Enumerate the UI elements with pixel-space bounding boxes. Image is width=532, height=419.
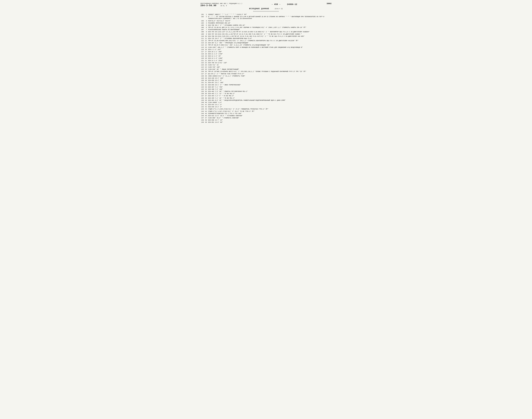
row-n1: 146: [200, 115, 205, 117]
row-n2: 4: [205, 22, 208, 24]
table-row: 12727Ш3-575-1' 1* * МОНТАЖ ТАЛА РУЧНОЙ Г…: [200, 73, 332, 75]
table-row: 13434Е20-488 7,5' 160*: [200, 88, 332, 90]
row-content: РСАНТЕХНИЧЕСКИЕ РАБОТЫ ПО ВЕНТИЛЯЦИИ*: [208, 28, 332, 31]
table-row: 13636Е20-463 7,1' 13' * ТО ЖЕ РВ1-2*: [200, 92, 332, 95]
row-content: Е20-725 20-5' 2' * УСТАНОВКА ВЕНТИЛЯТОРО…: [208, 37, 332, 39]
row-n2: 14: [205, 44, 208, 46]
row-n1: 189: [200, 33, 205, 35]
row-n1: 114: [200, 44, 205, 46]
row-n2: 16: [205, 49, 208, 51]
row-content: П20#МНОГОГЛУШИТЕЛИ ГП1-1 ГП1-2 ГП2-100*: [208, 112, 332, 115]
row-n1: 125: [200, 68, 205, 70]
row-n1: 139: [200, 99, 205, 101]
row-content: РСКАМЕРА ПРИТОЧНАЯ 2ПК-10*: [208, 22, 332, 24]
row-n2: 36: [205, 92, 208, 95]
row-n1: 141: [200, 104, 205, 106]
row-content: Е20-651 14-8' 60*: [208, 121, 332, 123]
sheet-info: ол 9, 4: [221, 5, 227, 7]
doc-code: 24866-12: [287, 3, 297, 5]
row-n2: 21: [205, 60, 208, 62]
row-content: Е20-658 14-7' 24*: [208, 119, 332, 121]
row-n1: 188: [200, 31, 205, 33]
row-n1: 127: [200, 73, 205, 75]
row-n1: 147: [200, 117, 205, 119]
main-title: ИСХОДНЫЕ ДАННЫЕ: [249, 8, 269, 10]
row-content: Е20-402 7,5' 30* * РЕШЕТКА РЕГУЛИРУЕМАЯ …: [208, 90, 332, 92]
row-n2: 47: [205, 117, 208, 119]
row-n1: 129: [200, 77, 205, 79]
table-row: 13737Е20-464 7,1* 4' * ТО ЖЕ РВ1-3*: [200, 95, 332, 97]
row-content: СТДОП.2*4,1 Ч,3#П,2718(=21)' 3' 27,6' ГЛ…: [208, 108, 332, 110]
row-n1: 116: [200, 49, 205, 51]
row-n1: 181: [200, 13, 205, 15]
row-n2: 28: [205, 75, 208, 77]
table-row: 12222Е20-760 25-1(=3)' 110*: [200, 62, 332, 64]
row-content: СТДОП.2*11 Ч,3#7.2718(=21)' 3' 26,3' ТО …: [208, 110, 332, 112]
table-row: 13535Е20-402 7,5' 30* * РЕШЕТКА РЕГУЛИРУ…: [200, 90, 332, 92]
row-n2: 30: [205, 79, 208, 81]
row-content: Е20-465 7,1' 10' * ТО ЖЕ РВ1-4*: [208, 97, 332, 99]
row-n2: 45: [205, 112, 208, 115]
doc-number: 294-3-56.90: [200, 4, 217, 7]
header-top: ПРОГРАММНАЯ КОМПЛЕКС АВС-3ЕС ( РЕДАКЦИЯ …: [200, 3, 332, 7]
table-row: 11111Е20-725 20-5' 2' * УСТАНОВКА ВЕНТИЛ…: [200, 37, 332, 39]
row-n2: 48: [205, 119, 208, 121]
row-n1: 186: [200, 26, 205, 28]
page-center: - 458 -: [272, 3, 281, 5]
row-content: С130-726' 180*: [208, 66, 332, 68]
row-content: Е20-487 7,1' 750*: [208, 86, 332, 88]
row-content: Е10-220 15-4' 190*: [208, 77, 332, 79]
table-row: 14242Е20-645 14-2' 3*: [200, 106, 332, 108]
row-n1: 115: [200, 46, 205, 49]
row-n1: 183: [200, 20, 205, 22]
row-n1: 123: [200, 64, 205, 66]
table-row: 14747С130-808' 39,9' * СТОИМОСТЬ КОЖУХОВ…: [200, 117, 332, 119]
row-n2: 7: [205, 28, 208, 31]
row-content: С130-10966' 4,4*: [208, 101, 332, 104]
row-n1: 120: [200, 57, 205, 59]
row-n2: 46: [205, 115, 208, 117]
table-row: 14646Е20-522 11-6' 39,9' * УСТАНОВКА КОЖ…: [200, 115, 332, 117]
table-row: 13939Е20-381 6,5' 20' * ВОЗДУХОРАСПРЕДЕЛ…: [200, 99, 332, 101]
table-row: 13333Е20-487 7,1' 750*: [200, 86, 332, 88]
row-n2: 24: [205, 66, 208, 68]
row-n1: 138: [200, 97, 205, 99]
table-row: 13838Е20-465 7,1' 10' * ТО ЖЕ РВ1-4*: [200, 97, 332, 99]
table-row: 1899Е20-707 20-3(А2-(03-45),1,10)*НР-НТ …: [200, 33, 332, 35]
table-row: 13131Е20-657 15-1' 100*: [200, 81, 332, 84]
row-n2: 9: [205, 33, 208, 35]
row-n1: 144: [200, 110, 205, 112]
row-n2: 18: [205, 53, 208, 55]
row-content: Е20-644 14-1'.3*: [208, 104, 332, 106]
pnh-label: (П.Н.= 2): [275, 8, 283, 10]
data-table: 1811330982* Н8В1Г1' * * 1,1' * * * * 114…: [200, 13, 332, 123]
row-n1: 122: [200, 62, 205, 64]
row-n1: 187: [200, 28, 205, 31]
program-label: ПРОГРАММНАЯ КОМПЛЕКС АВС-3ЕС ( РЕДАКЦИЯ …: [200, 3, 242, 4]
row-n2: 20: [205, 57, 208, 59]
row-content: С130-648' 98' * ЛВЦЭК ПИТОМЕТРАЖНЫЙ*: [208, 68, 332, 70]
table-row: 12020Е20-13 1-3' 1100*: [200, 57, 332, 59]
row-n2: 32: [205, 84, 208, 86]
row-n2: 6: [205, 26, 208, 28]
row-n1: 117: [200, 51, 205, 53]
header-left: ПРОГРАММНАЯ КОМПЛЕКС АВС-3ЕС ( РЕДАКЦИЯ …: [200, 3, 242, 7]
table-row: 11919Е20-12 1-2' 45*: [200, 55, 332, 57]
table-row: 14040С130-10966' 4,4*: [200, 101, 332, 104]
row-n1: 142: [200, 106, 205, 108]
page: ПРОГРАММНАЯ КОМПЛЕКС АВС-3ЕС ( РЕДАКЦИЯ …: [200, 3, 332, 123]
row-content: 0' * * ' ТП* КРУТЫМ БАССЕАН С ВАННОЙ 25.…: [208, 15, 332, 20]
row-content: Е20-794 20-1(А2-(23*-17,3),1,10)*НР-НТ 1…: [208, 31, 332, 33]
row-content: Е20-657 15-1' 100*: [208, 81, 332, 84]
row-n1: 145: [200, 112, 205, 115]
row-n2: 23: [205, 64, 208, 66]
row-content: Е20-522 11-6' 39,9' * УСТАНОВКА КОЖУХОВ*: [208, 115, 332, 117]
row-n2: 19: [205, 55, 208, 57]
row-n2: 3: [205, 20, 208, 22]
row-content: Е20-11 1-2' 1730*: [208, 53, 332, 55]
row-content: Е20-387 5,1' 466' * ПРОКЛАДКА А/Ц ВОЗДУХ…: [208, 42, 332, 44]
row-n1: 131: [200, 81, 205, 84]
row-n2: 10: [205, 35, 208, 37]
row-n2: 35: [205, 90, 208, 92]
row-n1: 136: [200, 92, 205, 95]
